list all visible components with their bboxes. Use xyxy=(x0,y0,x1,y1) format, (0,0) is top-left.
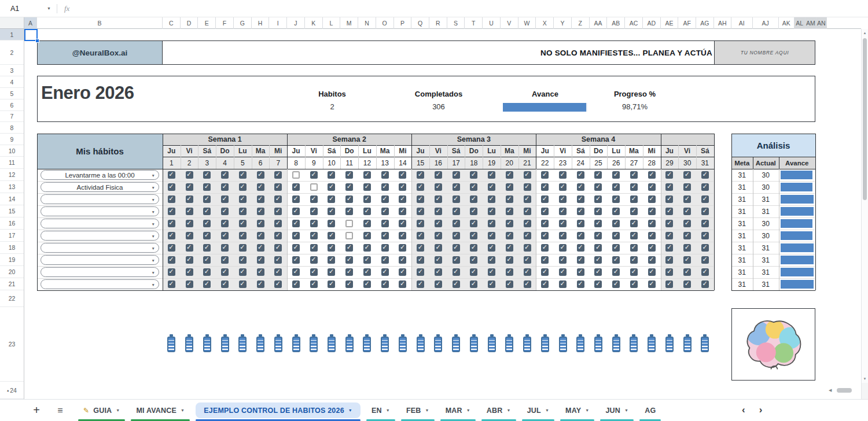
checkbox-habit5-day15[interactable] xyxy=(417,220,424,227)
checkbox-habit1-day17[interactable] xyxy=(453,171,460,179)
brand-cell[interactable]: @NeuralBox.ai xyxy=(37,40,163,65)
checkbox-habit7-day28[interactable] xyxy=(648,244,656,252)
row-header-20[interactable]: 20 xyxy=(0,266,24,278)
checkbox-habit3-day15[interactable] xyxy=(417,195,424,203)
checkbox-habit7-day17[interactable] xyxy=(453,244,460,252)
checkbox-habit7-day31[interactable] xyxy=(701,244,709,252)
column-header-AA[interactable]: AA xyxy=(590,17,608,29)
day-number-8[interactable]: 8 xyxy=(287,157,305,169)
column-header-N[interactable]: N xyxy=(358,17,376,29)
day-number-2[interactable]: 2 xyxy=(181,157,198,169)
row-header-9[interactable]: 9 xyxy=(0,134,24,145)
scroll-left-icon[interactable]: ◀ xyxy=(829,388,832,393)
checkbox-habit2-day21[interactable] xyxy=(524,183,531,191)
checkbox-habit3-day9[interactable] xyxy=(310,195,318,203)
day-number-6[interactable]: 6 xyxy=(252,157,270,169)
checkbox-habit2-day16[interactable] xyxy=(435,183,442,191)
checkbox-habit6-day22[interactable] xyxy=(541,232,549,239)
checkbox-habit8-day5[interactable] xyxy=(239,256,247,264)
checkbox-habit8-day3[interactable] xyxy=(203,256,211,264)
horizontal-scroll-thumb[interactable] xyxy=(837,388,852,393)
checkbox-habit10-day25[interactable] xyxy=(594,280,602,288)
habitos-value[interactable]: 2 xyxy=(283,102,381,111)
checkbox-habit6-day10[interactable] xyxy=(328,232,335,239)
day-number-10[interactable]: 10 xyxy=(323,157,341,169)
checkbox-habit4-day29[interactable] xyxy=(665,208,673,215)
checkbox-habit4-day27[interactable] xyxy=(630,208,638,215)
checkbox-habit10-day7[interactable] xyxy=(274,280,282,288)
checkbox-habit7-day1[interactable] xyxy=(168,244,175,252)
column-header-AL[interactable]: AL xyxy=(795,17,806,29)
checkbox-habit6-day20[interactable] xyxy=(506,232,513,239)
checkbox-habit8-day22[interactable] xyxy=(541,256,549,264)
motto-cell[interactable]: NO SOLO MANIFIESTES... PLANEA Y ACTÚA xyxy=(163,40,714,65)
day-number-5[interactable]: 5 xyxy=(234,157,252,169)
checkbox-habit8-day2[interactable] xyxy=(186,256,193,264)
checkbox-habit4-day14[interactable] xyxy=(399,208,406,215)
habit-dropdown-7[interactable]: ▼ xyxy=(41,243,159,253)
checkbox-habit1-day6[interactable] xyxy=(257,171,264,179)
checkbox-habit6-day17[interactable] xyxy=(453,232,460,239)
column-header-I[interactable]: I xyxy=(269,17,287,29)
column-header-S[interactable]: S xyxy=(447,17,465,29)
checkbox-habit5-day1[interactable] xyxy=(168,220,175,227)
add-sheet-button[interactable]: + xyxy=(30,404,43,417)
checkbox-habit10-day26[interactable] xyxy=(612,280,620,288)
row-header-4[interactable]: 4 xyxy=(0,76,24,88)
checkbox-habit3-day31[interactable] xyxy=(701,195,709,203)
tabs-scroll-left-icon[interactable]: ‹ xyxy=(742,404,745,416)
checkbox-habit6-day3[interactable] xyxy=(203,232,211,239)
checkbox-habit1-day1[interactable] xyxy=(168,171,175,179)
checkbox-habit7-day2[interactable] xyxy=(186,244,193,252)
row-header-11[interactable]: 11 xyxy=(0,157,24,169)
checkbox-habit7-day23[interactable] xyxy=(559,244,567,252)
tab-dropdown-icon[interactable]: ▼ xyxy=(624,408,628,412)
checkbox-habit5-day20[interactable] xyxy=(506,220,513,227)
checkbox-habit10-day14[interactable] xyxy=(399,280,406,288)
checkbox-habit8-day26[interactable] xyxy=(612,256,620,264)
completados-value[interactable]: 306 xyxy=(389,102,488,111)
sheet-tab-en[interactable]: EN▼ xyxy=(363,400,398,421)
checkbox-habit1-day25[interactable] xyxy=(594,171,602,179)
habit-dropdown-10[interactable]: ▼ xyxy=(41,279,159,289)
column-header-Y[interactable]: Y xyxy=(554,17,572,29)
checkbox-habit1-day13[interactable] xyxy=(381,171,389,179)
checkbox-habit3-day22[interactable] xyxy=(541,195,549,203)
checkbox-habit8-day31[interactable] xyxy=(701,256,709,264)
day-number-12[interactable]: 12 xyxy=(358,157,376,169)
week-header-1[interactable]: Semana 1 xyxy=(163,134,287,145)
checkbox-habit2-day4[interactable] xyxy=(221,183,229,191)
checkbox-habit3-day10[interactable] xyxy=(328,195,335,203)
checkbox-habit2-day10[interactable] xyxy=(328,183,335,191)
checkbox-habit6-day13[interactable] xyxy=(381,232,389,239)
checkbox-habit9-day25[interactable] xyxy=(594,268,602,276)
checkbox-habit4-day22[interactable] xyxy=(541,208,549,215)
checkbox-habit3-day25[interactable] xyxy=(594,195,602,203)
checkbox-habit3-day27[interactable] xyxy=(630,195,638,203)
checkbox-habit9-day21[interactable] xyxy=(524,268,531,276)
checkbox-habit5-day21[interactable] xyxy=(524,220,531,227)
select-all-corner[interactable] xyxy=(0,17,24,29)
checkbox-habit2-day28[interactable] xyxy=(648,183,656,191)
checkbox-habit1-day14[interactable] xyxy=(399,171,406,179)
checkbox-habit9-day15[interactable] xyxy=(417,268,424,276)
column-header-M[interactable]: M xyxy=(340,17,358,29)
tab-dropdown-icon[interactable]: ▼ xyxy=(545,408,549,412)
column-header-W[interactable]: W xyxy=(518,17,536,29)
checkbox-habit10-day17[interactable] xyxy=(453,280,460,288)
checkbox-habit7-day10[interactable] xyxy=(328,244,335,252)
checkbox-habit7-day5[interactable] xyxy=(239,244,247,252)
checkbox-habit4-day4[interactable] xyxy=(221,208,229,215)
column-header-AD[interactable]: AD xyxy=(643,17,661,29)
checkbox-habit9-day1[interactable] xyxy=(168,268,175,276)
checkbox-habit4-day3[interactable] xyxy=(203,208,211,215)
checkbox-habit5-day5[interactable] xyxy=(239,220,247,227)
checkbox-habit6-day27[interactable] xyxy=(630,232,638,239)
checkbox-habit8-day9[interactable] xyxy=(310,256,318,264)
checkbox-habit4-day20[interactable] xyxy=(506,208,513,215)
day-number-27[interactable]: 27 xyxy=(625,157,643,169)
scroll-down-icon[interactable]: ▼ xyxy=(862,375,868,383)
habit-dropdown-3[interactable]: ▼ xyxy=(41,194,159,204)
row-header-19[interactable]: 19 xyxy=(0,254,24,266)
fill-handle[interactable] xyxy=(35,39,39,43)
